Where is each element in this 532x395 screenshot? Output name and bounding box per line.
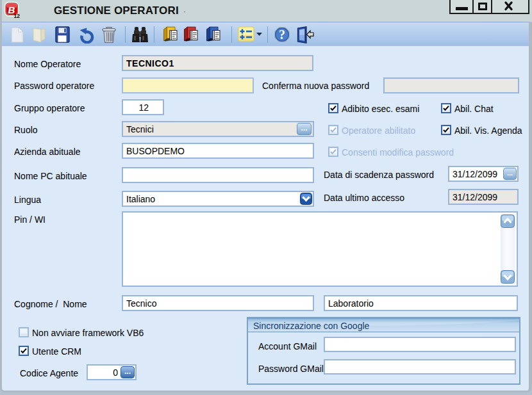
svg-text:?: ? [279,28,285,42]
svg-text:12: 12 [14,13,21,19]
